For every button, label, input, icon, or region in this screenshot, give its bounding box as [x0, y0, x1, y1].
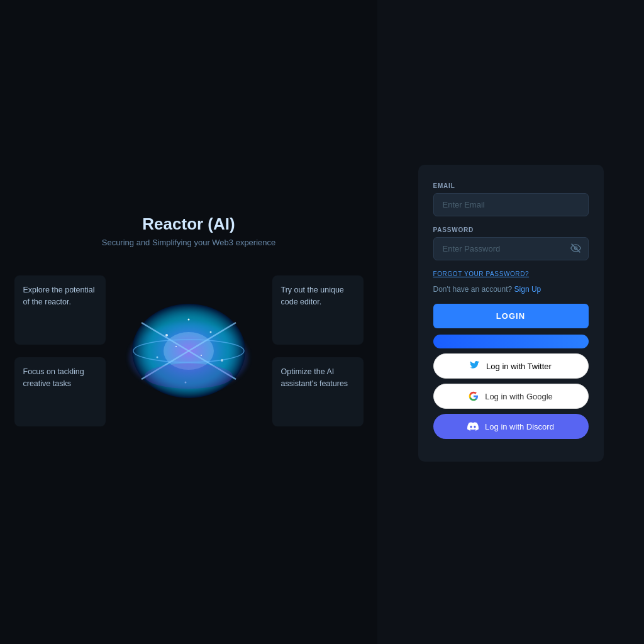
twitter-button-label: Log in with Twitter	[486, 362, 552, 371]
reactor-image-container	[116, 275, 261, 426]
password-wrapper	[433, 237, 589, 260]
twitter-login-button[interactable]: Log in with Twitter	[433, 353, 589, 379]
svg-point-10	[188, 319, 190, 321]
google-icon	[469, 391, 479, 401]
feature-explore-text: Explore the potential of the reactor.	[23, 284, 97, 308]
feature-code-text: Try out the unique code editor.	[281, 284, 355, 308]
email-label: EMAIL	[433, 182, 589, 189]
google-button-label: Log in with Google	[485, 392, 553, 401]
password-group: PASSWORD	[433, 226, 589, 260]
login-card: EMAIL PASSWORD FOR	[418, 165, 604, 462]
svg-point-12	[175, 346, 177, 347]
email-input[interactable]	[433, 193, 589, 216]
svg-point-8	[157, 357, 158, 358]
feature-card-creative: Focus on tackling creative tasks	[14, 357, 106, 426]
feature-creative-text: Focus on tackling creative tasks	[23, 366, 97, 390]
blue-extra-button[interactable]	[433, 335, 589, 348]
feature-card-optimize: Optimize the AI assistant's features	[272, 357, 364, 426]
feature-layout: Explore the potential of the reactor.	[13, 272, 365, 430]
discord-button-label: Log in with Discord	[485, 422, 554, 431]
app-title: Reactor (AI)	[142, 214, 235, 234]
page-wrapper: Reactor (AI) Securing and Simplifying yo…	[0, 0, 644, 644]
svg-point-9	[221, 359, 223, 362]
forgot-password-link[interactable]: FORGOT YOUR PASSWORD?	[433, 270, 589, 277]
right-panel: EMAIL PASSWORD FOR	[377, 0, 644, 644]
discord-icon	[467, 421, 479, 432]
discord-login-button[interactable]: Log in with Discord	[433, 414, 589, 439]
password-label: PASSWORD	[433, 226, 589, 233]
svg-point-14	[145, 364, 233, 389]
svg-point-7	[210, 331, 212, 333]
email-group: EMAIL	[433, 182, 589, 216]
left-panel: Reactor (AI) Securing and Simplifying yo…	[0, 0, 377, 644]
signup-prompt: Don't have an account? Sign Up	[433, 285, 589, 294]
svg-point-13	[201, 355, 202, 356]
twitter-icon	[470, 361, 480, 371]
feature-optimize-text: Optimize the AI assistant's features	[281, 366, 355, 390]
login-button[interactable]: LOGIN	[433, 304, 589, 328]
google-login-button[interactable]: Log in with Google	[433, 384, 589, 409]
svg-point-6	[165, 334, 168, 336]
app-subtitle: Securing and Simplifying your Web3 exper…	[102, 238, 276, 247]
feature-card-code: Try out the unique code editor.	[272, 275, 364, 345]
password-input[interactable]	[433, 237, 589, 260]
signup-link[interactable]: Sign Up	[514, 285, 541, 294]
eye-icon[interactable]	[570, 243, 581, 255]
reactor-orb-svg	[123, 285, 255, 417]
feature-card-explore: Explore the potential of the reactor.	[14, 275, 106, 345]
no-account-text: Don't have an account?	[433, 285, 513, 294]
